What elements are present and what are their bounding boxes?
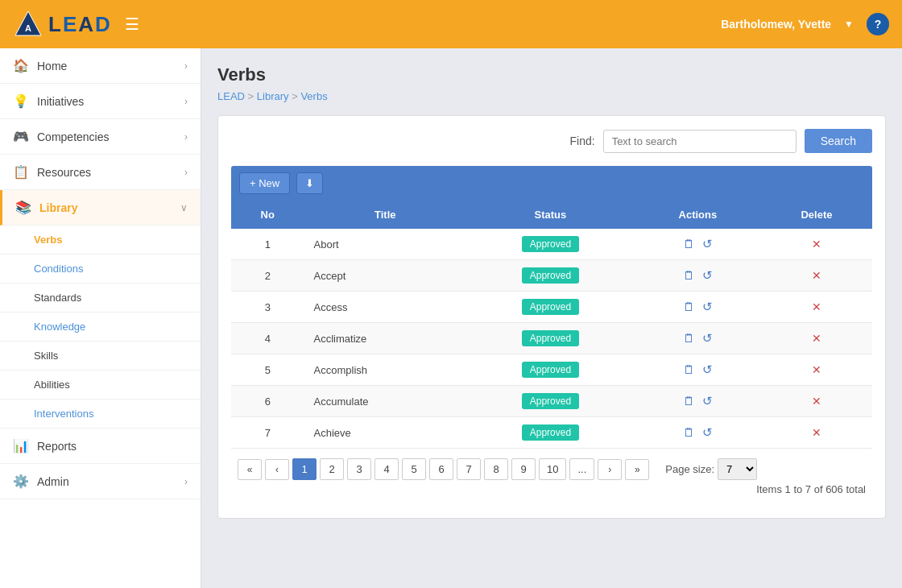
prev-page-button[interactable]: ‹: [265, 459, 289, 480]
page-button-ellipsis[interactable]: ...: [569, 458, 594, 480]
sidebar-sub-skills[interactable]: Skills: [0, 342, 201, 371]
cell-status: Approved: [466, 386, 635, 417]
page-title: Verbs: [217, 64, 886, 85]
sidebar-label-home: Home: [37, 60, 67, 72]
chevron-right-icon-admin: ›: [184, 476, 188, 487]
breadcrumb-lead[interactable]: LEAD: [217, 90, 245, 102]
view-icon[interactable]: 🗒: [683, 425, 695, 439]
delete-icon[interactable]: ✕: [812, 332, 821, 345]
delete-icon[interactable]: ✕: [812, 238, 821, 251]
page-size-select[interactable]: 7 10 25 50: [718, 458, 757, 480]
first-page-button[interactable]: «: [238, 459, 262, 480]
breadcrumb-library[interactable]: Library: [257, 90, 289, 102]
page-button-8[interactable]: 8: [484, 458, 508, 480]
sidebar-label-admin: Admin: [37, 475, 69, 488]
user-name[interactable]: Bartholomew, Yvette: [721, 18, 831, 31]
sidebar-sub-label-conditions: Conditions: [34, 263, 83, 275]
table-row: 3 Access Approved 🗒 ↺ ✕: [231, 292, 872, 323]
history-icon[interactable]: ↺: [702, 362, 713, 376]
delete-icon[interactable]: ✕: [812, 300, 821, 313]
page-button-10[interactable]: 10: [539, 458, 566, 480]
user-dropdown-icon[interactable]: ▼: [844, 19, 854, 30]
page-button-7[interactable]: 7: [457, 458, 481, 480]
logo-icon: A: [13, 9, 43, 39]
cell-status: Approved: [466, 229, 635, 260]
initiatives-icon: 💡: [13, 93, 29, 109]
find-label: Find:: [570, 135, 595, 147]
history-icon[interactable]: ↺: [702, 237, 713, 251]
delete-icon[interactable]: ✕: [812, 363, 821, 376]
status-badge: Approved: [522, 393, 579, 409]
cell-delete: ✕: [761, 323, 872, 354]
cell-delete: ✕: [761, 260, 872, 292]
col-actions: Actions: [635, 201, 761, 229]
page-button-2[interactable]: 2: [320, 458, 344, 480]
status-badge: Approved: [522, 362, 579, 378]
page-button-9[interactable]: 9: [511, 458, 536, 480]
page-button-5[interactable]: 5: [402, 458, 426, 480]
sidebar-item-admin[interactable]: ⚙️ Admin ›: [0, 464, 201, 499]
view-icon[interactable]: 🗒: [683, 300, 695, 313]
sidebar-item-competencies[interactable]: 🎮 Competencies ›: [0, 119, 201, 155]
cell-status: Approved: [466, 323, 635, 354]
page-button-1[interactable]: 1: [292, 458, 317, 480]
cell-status: Approved: [466, 417, 635, 449]
hamburger-icon[interactable]: ☰: [125, 14, 139, 34]
chevron-down-icon-library: ∨: [180, 202, 188, 213]
sidebar-item-library[interactable]: 📚 Library ∨: [0, 190, 201, 226]
sidebar-item-home[interactable]: 🏠 Home ›: [0, 48, 201, 84]
cell-title: Achieve: [304, 417, 466, 449]
help-button[interactable]: ?: [867, 13, 889, 35]
navbar-right: Bartholomew, Yvette ▼ ?: [721, 13, 889, 35]
page-button-3[interactable]: 3: [347, 458, 371, 480]
items-count: Items 1 to 7 of 606 total: [756, 483, 866, 495]
sidebar-item-resources[interactable]: 📋 Resources ›: [0, 155, 201, 190]
history-icon[interactable]: ↺: [702, 268, 713, 282]
sidebar-sub-knowledge[interactable]: Knowledge: [0, 313, 201, 342]
col-status: Status: [466, 201, 635, 229]
sidebar-sub-abilities[interactable]: Abilities: [0, 371, 201, 400]
view-icon[interactable]: 🗒: [683, 394, 695, 408]
delete-icon[interactable]: ✕: [812, 269, 821, 282]
cell-actions: 🗒 ↺: [635, 229, 761, 260]
delete-icon[interactable]: ✕: [812, 395, 821, 408]
view-icon[interactable]: 🗒: [683, 268, 695, 282]
new-button[interactable]: + New: [239, 172, 290, 194]
sidebar-sub-standards[interactable]: Standards: [0, 284, 201, 313]
sidebar-sub-verbs[interactable]: Verbs: [0, 226, 201, 255]
sidebar-sub-conditions[interactable]: Conditions: [0, 255, 201, 284]
cell-status: Approved: [466, 354, 635, 386]
view-icon[interactable]: 🗒: [683, 237, 695, 251]
cell-delete: ✕: [761, 386, 872, 417]
search-input[interactable]: [603, 130, 796, 153]
history-icon[interactable]: ↺: [702, 425, 713, 439]
sidebar-sub-label-skills: Skills: [34, 350, 58, 362]
page-button-4[interactable]: 4: [374, 458, 399, 480]
search-button[interactable]: Search: [805, 129, 872, 153]
cell-title: Accomplish: [304, 354, 466, 386]
status-badge: Approved: [522, 299, 579, 315]
sidebar-item-reports[interactable]: 📊 Reports: [0, 429, 201, 464]
reports-icon: 📊: [13, 438, 29, 453]
history-icon[interactable]: ↺: [702, 394, 713, 408]
app-layout: 🏠 Home › 💡 Initiatives › 🎮 Competencies …: [0, 48, 902, 588]
download-button[interactable]: ⬇: [296, 172, 323, 194]
toolbar: + New ⬇: [231, 166, 872, 201]
sidebar-label-reports: Reports: [37, 440, 77, 453]
sidebar-item-initiatives[interactable]: 💡 Initiatives ›: [0, 84, 201, 119]
page-button-6[interactable]: 6: [429, 458, 453, 480]
last-page-button[interactable]: »: [625, 459, 649, 480]
competencies-icon: 🎮: [13, 129, 29, 144]
history-icon[interactable]: ↺: [702, 300, 713, 313]
verbs-table: No Title Status Actions Delete 1 Abort A…: [231, 201, 872, 449]
view-icon[interactable]: 🗒: [683, 362, 695, 376]
download-icon: ⬇: [305, 177, 314, 189]
search-bar: Find: Search: [231, 129, 872, 153]
sidebar-sub-label-interventions: Interventions: [34, 408, 93, 420]
delete-icon[interactable]: ✕: [812, 426, 821, 439]
sidebar-sub-interventions[interactable]: Interventions: [0, 400, 201, 429]
table-row: 7 Achieve Approved 🗒 ↺ ✕: [231, 417, 872, 449]
next-page-button[interactable]: ›: [598, 459, 622, 480]
history-icon[interactable]: ↺: [702, 331, 713, 345]
view-icon[interactable]: 🗒: [683, 331, 695, 345]
